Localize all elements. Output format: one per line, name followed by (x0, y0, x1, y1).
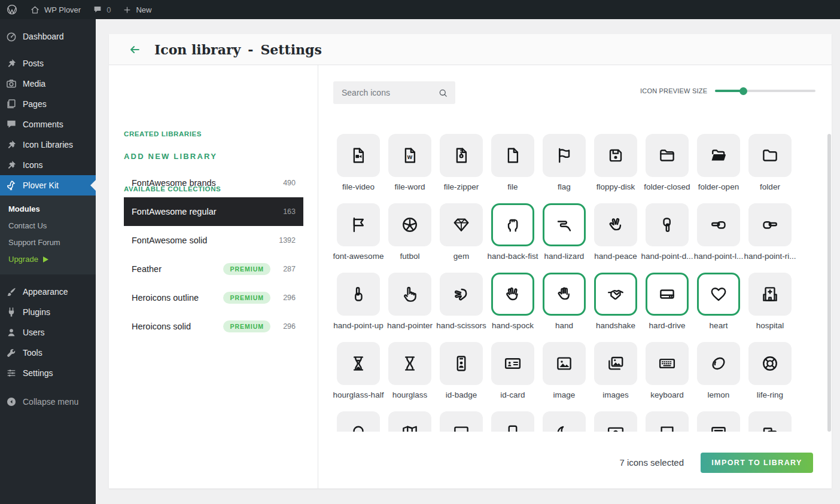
icon-tile-hourglass[interactable] (388, 342, 431, 385)
icon-tile-mobile[interactable] (491, 411, 534, 432)
new-content-menu[interactable]: New (117, 0, 157, 19)
search-icon[interactable] (438, 88, 448, 98)
icon-tile-life-ring[interactable] (748, 342, 792, 385)
icon-tile-hand-point-right[interactable] (748, 203, 792, 246)
icon-preview-size-label: ICON PREVIEW SIZE (640, 87, 707, 94)
dashboard-icon (5, 30, 17, 42)
icon-tile-lightbulb[interactable] (337, 411, 380, 432)
site-name-label: WP Plover (44, 5, 81, 14)
sidebar-item-appearance[interactable]: Appearance (0, 282, 96, 302)
sidebar-item-label: Posts (23, 59, 44, 68)
current-menu-notch (90, 180, 96, 191)
sidebar-item-label: Appearance (23, 287, 68, 297)
icon-tile-gem[interactable] (440, 203, 483, 246)
icon-tile-hand-lizard[interactable] (543, 203, 586, 246)
icon-tile-images[interactable] (594, 342, 637, 385)
icon-tile-file-zipper[interactable] (440, 134, 483, 177)
icon-tile-hand-scissors[interactable] (440, 273, 483, 316)
hospital-icon (761, 285, 779, 303)
submenu-item-contact-us[interactable]: Contact Us (0, 218, 96, 234)
sidebar-item-label: Media (23, 79, 45, 88)
icon-tile-handshake[interactable] (594, 273, 637, 316)
sidebar-item-pages[interactable]: Pages (0, 94, 96, 114)
submenu-item-upgrade[interactable]: Upgrade (0, 251, 96, 268)
icon-tile-font-awesome[interactable] (337, 203, 380, 246)
sidebar-item-plugins[interactable]: Plugins (0, 302, 96, 322)
icon-tile-hand-spock[interactable] (491, 273, 534, 316)
hand-point-up-icon (349, 285, 367, 303)
sidebar-item-plover-kit[interactable]: Plover Kit (0, 175, 96, 196)
icon-tile-hospital[interactable] (748, 273, 792, 316)
sidebar-item-icon-libraries[interactable]: Icon Libraries (0, 135, 96, 155)
icon-tile-moon[interactable] (543, 411, 586, 432)
icon-tile-hand-peace[interactable] (594, 203, 637, 246)
icon-tile-folder[interactable] (748, 134, 792, 177)
submenu-item-modules[interactable]: Modules (0, 201, 96, 218)
sidebar-item-media[interactable]: Media (0, 74, 96, 94)
collapse-menu-button[interactable]: Collapse menu (0, 392, 96, 412)
icon-tile-hand-point-up[interactable] (337, 273, 380, 316)
comments-menu[interactable]: 0 (87, 0, 117, 19)
icon-tile-hard-drive[interactable] (646, 273, 689, 316)
icon-tile-file-video[interactable] (337, 134, 380, 177)
wordpress-logo-menu[interactable] (0, 0, 24, 19)
slider-thumb[interactable] (739, 87, 747, 95)
sidebar-item-users[interactable]: Users (0, 322, 96, 343)
icon-tile-image[interactable] (543, 342, 586, 385)
icon-tile-id-card[interactable] (491, 342, 534, 385)
icon-tile-keyboard[interactable] (646, 342, 689, 385)
comment-bubble-icon (93, 5, 102, 14)
icon-tile-file[interactable] (491, 134, 534, 177)
sidebar-item-posts[interactable]: Posts (0, 53, 96, 74)
icon-label-folder: folder (734, 182, 806, 191)
icon-tile-folder-closed[interactable] (646, 134, 689, 177)
sidebar-item-dashboard[interactable]: Dashboard (0, 26, 96, 47)
hand-point-right-icon (761, 216, 779, 234)
icon-search-box (333, 81, 455, 104)
icon-tile-hand[interactable] (543, 273, 586, 316)
sidebar-item-comments[interactable]: Comments (0, 114, 96, 135)
sidebar-item-icons[interactable]: Icons (0, 155, 96, 175)
icon-label-life-ring: life-ring (734, 390, 806, 399)
icon-tile-futbol[interactable] (388, 203, 431, 246)
icon-tile-floppy-disk[interactable] (594, 134, 637, 177)
icon-tile-heart[interactable] (697, 273, 740, 316)
back-arrow-icon (128, 43, 141, 56)
icon-tile-lemon[interactable] (697, 342, 740, 385)
file-icon (504, 146, 522, 164)
collapse-icon (5, 396, 17, 408)
icon-tile-hand-point-left[interactable] (697, 203, 740, 246)
import-to-library-button[interactable]: IMPORT TO LIBRARY (701, 453, 813, 473)
icon-preview-size-slider[interactable] (715, 90, 815, 92)
icon-tile-note-sticky[interactable] (646, 411, 689, 432)
sidebar-item-settings[interactable]: Settings (0, 363, 96, 383)
icon-tile-hand-point-down[interactable] (646, 203, 689, 246)
icon-tile-newspaper[interactable] (697, 411, 740, 432)
file-zipper-icon (452, 146, 470, 164)
mobile-icon (504, 424, 522, 432)
icon-tile-hand-back-fist[interactable] (491, 203, 534, 246)
icon-grid-scrollbar[interactable] (827, 134, 831, 432)
back-arrow-button[interactable] (128, 43, 141, 56)
wordpress-admin-page: { "admin_bar": { "site_name": "WP Plover… (0, 0, 840, 504)
icon-tile-map[interactable] (388, 411, 431, 432)
icon-tile-flag[interactable] (543, 134, 586, 177)
icon-tile-id-badge[interactable] (440, 342, 483, 385)
font-awesome-icon (349, 216, 367, 234)
id-card-icon (504, 355, 522, 372)
icon-tile-message[interactable] (440, 411, 483, 432)
sidebar-item-label: Plugins (23, 307, 50, 317)
settings-icon (5, 367, 17, 379)
icon-tile-folder-open[interactable] (697, 134, 740, 177)
site-name-link[interactable]: WP Plover (24, 0, 87, 19)
submenu-item-support-forum[interactable]: Support Forum (0, 234, 96, 251)
icon-tile-object-group[interactable] (748, 411, 792, 432)
folder-closed-icon (658, 146, 676, 164)
icon-tile-hand-pointer[interactable] (388, 273, 431, 316)
home-icon (30, 5, 40, 15)
search-input[interactable] (340, 87, 438, 98)
sidebar-item-tools[interactable]: Tools (0, 343, 96, 363)
icon-tile-hourglass-half[interactable] (337, 342, 380, 385)
icon-tile-file-word[interactable]: w (388, 134, 431, 177)
icon-tile-money-bill[interactable] (594, 411, 637, 432)
